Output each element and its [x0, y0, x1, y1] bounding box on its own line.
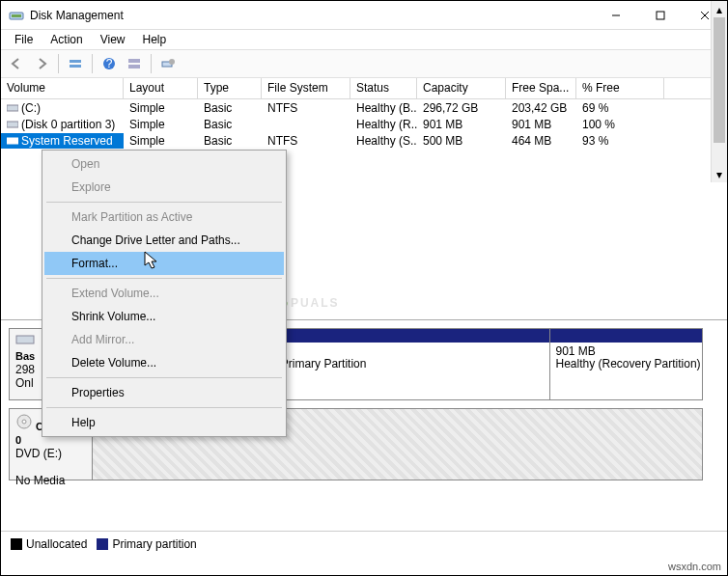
menu-view[interactable]: View — [93, 31, 133, 48]
volume-free: 464 MB — [506, 133, 576, 149]
disk-0-size: 298 — [15, 363, 35, 376]
ctx-shrink-volume[interactable]: Shrink Volume... — [44, 305, 284, 328]
ctx-delete-volume[interactable]: Delete Volume... — [44, 351, 284, 374]
volume-layout: Simple — [124, 133, 198, 149]
svg-point-13 — [169, 59, 175, 65]
legend-primary-swatch — [97, 538, 108, 550]
volume-status: Healthy (S... — [350, 133, 417, 149]
volume-icon — [7, 135, 18, 147]
window-title: Disk Management — [30, 9, 594, 22]
title-bar: Disk Management — [1, 1, 727, 30]
partition-header — [550, 329, 703, 343]
volume-name: (Disk 0 partition 3) — [21, 118, 115, 131]
svg-rect-16 — [7, 138, 18, 144]
context-menu: Open Explore Mark Partition as Active Ch… — [42, 150, 287, 437]
maximize-button[interactable] — [638, 1, 683, 30]
menu-help[interactable]: Help — [135, 31, 175, 48]
col-type[interactable]: Type — [198, 78, 262, 98]
partition-recovery[interactable]: 901 MB Healthy (Recovery Partition) — [550, 329, 703, 399]
svg-point-19 — [22, 420, 26, 424]
app-icon — [9, 8, 24, 23]
minimize-button[interactable] — [594, 1, 638, 30]
volume-type: Basic — [198, 133, 262, 149]
volume-free: 203,42 GB — [506, 100, 576, 116]
col-status[interactable]: Status — [350, 78, 417, 98]
col-layout[interactable]: Layout — [124, 78, 198, 98]
ctx-properties[interactable]: Properties — [44, 381, 284, 404]
menu-file[interactable]: File — [7, 31, 41, 48]
volume-type: Basic — [198, 117, 262, 132]
volume-icon — [7, 119, 18, 130]
back-button[interactable] — [5, 52, 28, 75]
volume-status: Healthy (R... — [350, 117, 417, 132]
svg-rect-3 — [657, 12, 664, 19]
partition-status: Healthy (Recovery Partition) — [556, 357, 701, 370]
ctx-mark-active[interactable]: Mark Partition as Active — [44, 206, 284, 229]
volume-row[interactable]: (C:) Simple Basic NTFS Healthy (B... 296… — [1, 99, 727, 116]
help-button[interactable]: ? — [98, 52, 121, 75]
toolbar-separator — [92, 54, 93, 73]
legend-primary-label: Primary partition — [112, 537, 196, 551]
disk-0-type: Bas — [15, 350, 35, 362]
volume-fs: NTFS — [262, 100, 350, 116]
refresh-view-button[interactable] — [156, 52, 180, 75]
svg-rect-14 — [7, 105, 18, 111]
col-percent-free[interactable]: % Free — [576, 78, 664, 98]
disk-0-status: Onl — [15, 376, 34, 390]
ctx-explore[interactable]: Explore — [44, 176, 284, 199]
legend: Unallocated Primary partition — [1, 531, 727, 556]
volume-pct: 100 % — [576, 117, 664, 132]
volume-fs: NTFS — [262, 133, 350, 149]
ctx-separator — [46, 407, 282, 408]
svg-rect-10 — [128, 59, 140, 63]
col-filesystem[interactable]: File System — [262, 78, 350, 98]
cdrom-icon — [15, 413, 33, 430]
svg-rect-7 — [70, 65, 81, 68]
column-headers: Volume Layout Type File System Status Ca… — [1, 78, 727, 99]
volume-free: 901 MB — [506, 117, 576, 132]
cdrom-status: No Media — [15, 474, 65, 487]
ctx-extend-volume[interactable]: Extend Volume... — [44, 282, 284, 305]
volume-fs — [262, 123, 350, 125]
col-free-space[interactable]: Free Spa... — [506, 78, 576, 98]
legend-unallocated-swatch — [11, 538, 22, 550]
col-capacity[interactable]: Capacity — [417, 78, 506, 98]
ctx-open[interactable]: Open — [44, 152, 284, 176]
volume-name: System Reserved — [21, 134, 113, 148]
volume-type: Basic — [198, 100, 262, 116]
volume-capacity: 296,72 GB — [417, 100, 506, 116]
ctx-change-drive-letter[interactable]: Change Drive Letter and Paths... — [44, 229, 284, 252]
menu-action[interactable]: Action — [42, 31, 90, 48]
ctx-format[interactable]: Format... — [44, 252, 284, 275]
settings-button[interactable] — [123, 52, 146, 75]
ctx-help[interactable]: Help — [44, 411, 284, 434]
volume-layout: Simple — [124, 117, 198, 132]
footer-credit: wsxdn.com — [668, 558, 721, 575]
toolbar-separator — [58, 54, 59, 73]
volume-row-selected[interactable]: System Reserved Simple Basic NTFS Health… — [1, 132, 727, 149]
ctx-separator — [46, 278, 282, 279]
svg-rect-11 — [128, 65, 140, 69]
volume-pct: 93 % — [576, 133, 664, 149]
forward-button[interactable] — [30, 52, 53, 75]
volume-icon — [7, 102, 18, 114]
volume-name: (C:) — [21, 101, 41, 115]
volume-status: Healthy (B... — [350, 100, 417, 116]
volume-capacity: 500 MB — [417, 133, 506, 149]
volume-row[interactable]: (Disk 0 partition 3) Simple Basic Health… — [1, 116, 727, 132]
ctx-separator — [46, 377, 282, 378]
toolbar-separator — [151, 54, 152, 73]
ctx-separator — [46, 202, 282, 203]
volume-capacity: 901 MB — [417, 117, 506, 132]
svg-text:?: ? — [106, 57, 113, 70]
volume-layout: Simple — [124, 100, 198, 116]
col-volume[interactable]: Volume — [1, 78, 124, 98]
legend-unallocated-label: Unallocated — [26, 537, 87, 551]
cdrom-drive: DVD (E:) — [15, 447, 62, 460]
svg-rect-1 — [12, 14, 21, 17]
menu-bar: File Action View Help — [1, 30, 727, 49]
disk-icon — [15, 333, 35, 346]
ctx-add-mirror[interactable]: Add Mirror... — [44, 328, 284, 351]
view-button[interactable] — [64, 52, 87, 75]
volume-pct: 69 % — [576, 100, 664, 116]
